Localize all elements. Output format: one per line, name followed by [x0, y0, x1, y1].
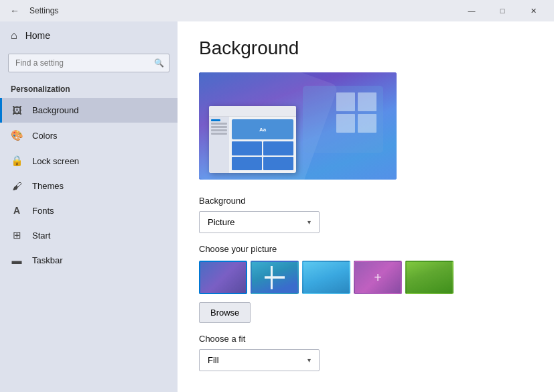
preview-sidebar-bar-4	[211, 129, 227, 131]
winlogo-pane-3	[336, 114, 355, 133]
fit-dropdown-arrow: ▾	[307, 356, 311, 364]
fit-dropdown-value: Fill	[208, 355, 219, 365]
thumbnail-4[interactable]	[354, 261, 402, 294]
preview-tile-2	[263, 141, 293, 155]
background-dropdown[interactable]: Picture ▾	[199, 211, 320, 233]
choose-fit-label: Choose a fit	[199, 334, 533, 344]
preview-content-label: Aa	[232, 119, 293, 139]
preview-tile-1	[232, 141, 262, 155]
preview-window-body: Aa	[209, 117, 296, 173]
sidebar-item-colors-label: Colors	[32, 131, 58, 141]
preview-window-sidebar	[209, 117, 229, 173]
titlebar: ← Settings — □ ✕	[0, 0, 554, 21]
sidebar-item-start[interactable]: ⊞ Start	[0, 222, 178, 248]
sidebar-item-themes-label: Themes	[32, 181, 64, 191]
close-button[interactable]: ✕	[518, 0, 549, 21]
sidebar-item-colors[interactable]: 🎨 Colors	[0, 123, 178, 148]
background-preview: Aa	[199, 72, 397, 180]
thumbnail-5[interactable]	[405, 261, 454, 294]
preview-window-content: Aa	[229, 117, 296, 173]
home-icon: ⌂	[11, 29, 17, 42]
page-title: Background	[199, 38, 533, 59]
background-dropdown-value: Picture	[208, 217, 234, 227]
background-icon: 🖼	[11, 105, 23, 116]
search-icon: 🔍	[154, 58, 164, 68]
maximize-icon: □	[500, 7, 505, 15]
background-section-label: Background	[199, 196, 533, 206]
preview-tile-4	[263, 157, 293, 171]
choose-picture-label: Choose your picture	[199, 244, 533, 254]
sidebar-item-taskbar-label: Taskbar	[32, 255, 63, 265]
background-dropdown-arrow: ▾	[307, 218, 311, 226]
winlogo-pane-1	[336, 92, 355, 111]
thumbnail-2[interactable]	[251, 261, 299, 294]
preview-sidebar-bar-2	[211, 123, 227, 125]
preview-content-tiles	[232, 141, 293, 170]
sidebar-item-fonts[interactable]: A Fonts	[0, 198, 178, 222]
back-button[interactable]: ←	[5, 1, 24, 20]
preview-floating-window: Aa	[209, 106, 296, 173]
minimize-button[interactable]: —	[456, 0, 487, 21]
preview-sidebar-bar-5	[211, 133, 227, 135]
thumbnails-row	[199, 261, 533, 294]
start-icon: ⊞	[11, 229, 23, 241]
sidebar-item-background[interactable]: 🖼 Background	[0, 98, 178, 123]
colors-icon: 🎨	[11, 129, 23, 141]
taskbar-icon: ▬	[11, 255, 23, 266]
app-body: ⌂ Home 🔍 Personalization 🖼 Background 🎨 …	[0, 21, 554, 392]
sidebar-item-themes[interactable]: 🖌 Themes	[0, 174, 178, 198]
titlebar-title: Settings	[29, 6, 456, 15]
windows-logo-preview	[336, 92, 376, 133]
winlogo-pane-2	[358, 92, 376, 111]
sidebar-item-start-label: Start	[32, 231, 50, 241]
sidebar-item-home[interactable]: ⌂ Home	[0, 21, 178, 50]
sidebar: ⌂ Home 🔍 Personalization 🖼 Background 🎨 …	[0, 21, 178, 392]
search-input[interactable]	[8, 54, 169, 72]
thumbnail-1[interactable]	[199, 261, 247, 294]
minimize-icon: —	[468, 7, 476, 15]
sidebar-home-label: Home	[25, 30, 50, 41]
sidebar-item-taskbar[interactable]: ▬ Taskbar	[0, 248, 178, 273]
sidebar-search: 🔍	[8, 54, 169, 72]
sidebar-item-lock-screen-label: Lock screen	[32, 156, 79, 166]
sidebar-item-background-label: Background	[32, 105, 78, 115]
sidebar-section-title: Personalization	[0, 76, 178, 98]
sidebar-item-fonts-label: Fonts	[32, 206, 54, 216]
close-icon: ✕	[531, 7, 537, 15]
fit-dropdown[interactable]: Fill ▾	[199, 349, 320, 371]
window-controls: — □ ✕	[456, 0, 549, 21]
winlogo-pane-4	[358, 114, 376, 133]
sidebar-item-lock-screen[interactable]: 🔒 Lock screen	[0, 148, 178, 174]
themes-icon: 🖌	[11, 180, 23, 192]
preview-sidebar-bar-3	[211, 126, 227, 128]
thumbnail-3[interactable]	[302, 261, 350, 294]
maximize-button[interactable]: □	[487, 0, 518, 21]
browse-button[interactable]: Browse	[199, 302, 251, 323]
preview-tile-3	[232, 157, 262, 171]
content-area: Background	[178, 21, 554, 392]
back-icon: ←	[10, 5, 19, 16]
preview-window-titlebar	[209, 106, 296, 117]
preview-sidebar-bar-1	[211, 119, 220, 121]
fonts-icon: A	[11, 205, 23, 216]
lock-screen-icon: 🔒	[11, 155, 23, 167]
